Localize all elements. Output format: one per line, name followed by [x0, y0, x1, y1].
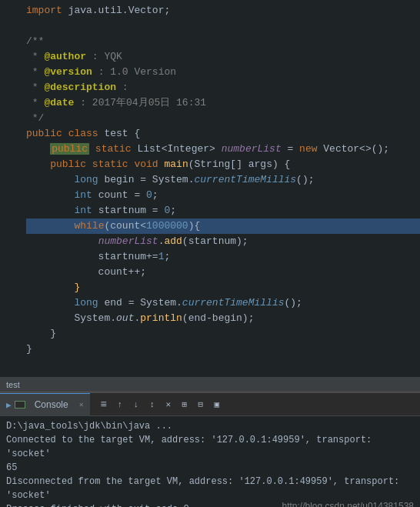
- code-line: public class test {: [26, 126, 420, 142]
- console-line-1: D:\java_tools\jdk\bin\java ...: [6, 419, 414, 433]
- code-line: }: [26, 326, 420, 342]
- bottom-panel: ▶ Console ✕ ≡ ↑ ↓ ↕ ✕ ⊞ ⊟ ▣ D:\java_tool…: [0, 392, 420, 507]
- code-line: System.out.println(end-begin);: [26, 311, 420, 326]
- console-tab[interactable]: ▶ Console ✕: [0, 393, 90, 416]
- code-editor: import java.util.Vector; /** * @author :…: [0, 0, 420, 377]
- code-line: while(count<1000000){: [26, 218, 420, 234]
- code-line: public static void main(String[] args) {: [26, 157, 420, 172]
- console-tab-label: Console: [28, 399, 75, 410]
- editor-status-bar: test: [0, 377, 420, 392]
- line-numbers: [0, 3, 23, 357]
- code-line: int startnum = 0;: [26, 203, 420, 218]
- file-tab-label[interactable]: test: [6, 380, 20, 389]
- code-line: * @version : 1.0 Version: [26, 65, 420, 80]
- code-line: import java.util.Vector;: [26, 3, 420, 18]
- toolbar-btn-grid[interactable]: ▣: [209, 397, 225, 412]
- code-line: numberList.add(startnum);: [26, 234, 420, 249]
- code-line: long begin = System.currentTimeMillis();: [26, 172, 420, 188]
- toolbar-btn-stop[interactable]: ✕: [161, 397, 176, 412]
- code-line: /**: [26, 34, 420, 49]
- code-line: long end = System.currentTimeMillis();: [26, 295, 420, 311]
- console-tab-bar: ▶ Console ✕ ≡ ↑ ↓ ↕ ✕ ⊞ ⊟ ▣: [0, 393, 420, 416]
- toolbar-btn-down[interactable]: ↓: [128, 397, 144, 412]
- toolbar-btn-up[interactable]: ↑: [112, 397, 128, 412]
- console-tab-icon: ▶: [6, 400, 12, 410]
- code-line: * @author : YQK: [26, 49, 420, 65]
- code-line: public static List<Integer> numberList =…: [26, 142, 420, 157]
- console-tab-close: ✕: [79, 400, 84, 409]
- code-line: }: [26, 280, 420, 295]
- code-line: */: [26, 111, 420, 126]
- code-line: startnum+=1;: [26, 249, 420, 265]
- toolbar-btn-collapse[interactable]: ⊞: [177, 397, 192, 412]
- code-lines: import java.util.Vector; /** * @author :…: [23, 3, 420, 357]
- code-line: int count = 0;: [26, 188, 420, 203]
- code-line: * @date : 2017年04月05日 16:31: [26, 95, 420, 111]
- console-line-4: Disconnected from the target VM, address…: [6, 475, 414, 502]
- code-line: [26, 18, 420, 34]
- toolbar-btn-menu[interactable]: ≡: [96, 397, 112, 412]
- console-output: D:\java_tools\jdk\bin\java ... Connected…: [0, 416, 420, 507]
- toolbar-btn-expand[interactable]: ⊟: [193, 397, 208, 412]
- code-line: count++;: [26, 265, 420, 280]
- code-line: }: [26, 342, 420, 357]
- console-line-2: Connected to the target VM, address: '12…: [6, 433, 414, 461]
- console-toolbar: ≡ ↑ ↓ ↕ ✕ ⊞ ⊟ ▣: [96, 397, 225, 412]
- console-icon: [15, 401, 25, 409]
- code-line: * @description :: [26, 80, 420, 95]
- console-line-3: 65: [6, 461, 414, 475]
- watermark: http://blog.csdn.net/u014381538: [282, 499, 414, 507]
- toolbar-btn-updown[interactable]: ↕: [145, 397, 160, 412]
